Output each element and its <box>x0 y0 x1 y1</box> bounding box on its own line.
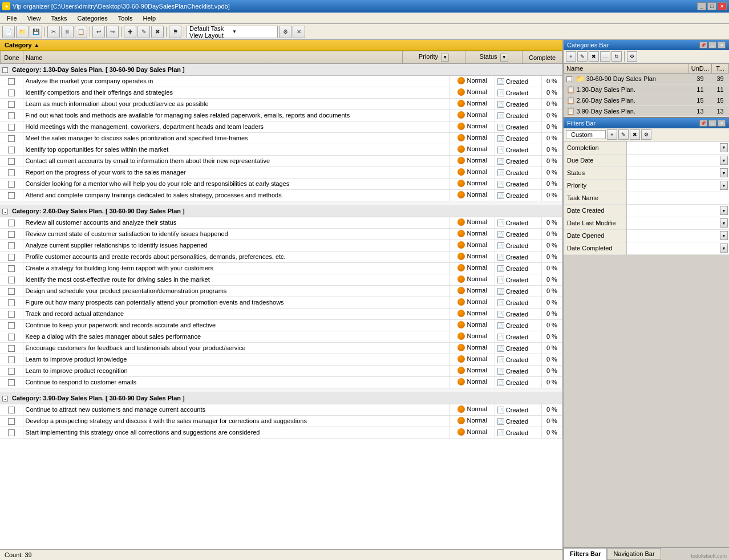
menu-categories[interactable]: Categories <box>73 14 112 23</box>
task-row[interactable]: Encourage customers for feedback and tes… <box>0 342 562 354</box>
cat-expand-btn[interactable]: - <box>566 76 572 82</box>
task-checkbox[interactable] <box>8 334 15 340</box>
categories-bar-controls[interactable]: 📌 □ ✕ <box>699 42 726 48</box>
task-row[interactable]: Consider looking for a mentor who will h… <box>0 178 562 189</box>
task-checkbox[interactable] <box>8 265 15 272</box>
menu-tasks[interactable]: Tasks <box>46 14 71 23</box>
toolbar-redo-btn[interactable]: ↪ <box>106 26 119 38</box>
filter-dropdown[interactable]: ▼ <box>628 155 728 165</box>
task-checkbox[interactable] <box>8 311 15 318</box>
cat-table-row[interactable]: 📋 2.60-Day Sales Plan. 15 15 <box>564 95 729 106</box>
category-row[interactable]: - Category: 2.60-Day Sales Plan. [ 30-60… <box>0 205 562 217</box>
expand-btn[interactable]: - <box>2 209 8 214</box>
task-checkbox[interactable] <box>8 345 15 352</box>
task-row[interactable]: Learn to improve product knowledge Norma… <box>0 354 562 365</box>
filter-value-cell[interactable]: ▼ <box>626 204 729 217</box>
task-row[interactable]: Meet the sales manager to discuss sales … <box>0 132 562 144</box>
task-checkbox[interactable] <box>8 101 15 108</box>
cat-settings-btn[interactable]: ⚙ <box>627 51 637 62</box>
toolbar-flag-btn[interactable]: ⚑ <box>169 26 181 38</box>
task-row[interactable]: Identify top opportunities for sales wit… <box>0 144 562 155</box>
task-row[interactable]: Learn as much information about your pro… <box>0 98 562 109</box>
toolbar-undo-btn[interactable]: ↩ <box>92 26 105 38</box>
task-checkbox[interactable] <box>8 169 15 176</box>
filter-value-cell[interactable]: ▼ <box>626 242 729 254</box>
task-checkbox[interactable] <box>8 192 15 199</box>
task-row[interactable]: Review all customer accounts and analyze… <box>0 217 562 228</box>
col-priority[interactable]: Priority ▼ <box>403 51 465 64</box>
cat-table-row[interactable]: 📋 1.30-Day Sales Plan. 11 11 <box>564 84 729 95</box>
category-row[interactable]: - Category: 3.90-Day Sales Plan. [ 30-60… <box>0 392 562 404</box>
category-row[interactable]: - Category: 1.30-Day Sales Plan. [ 30-60… <box>0 64 562 75</box>
close-button[interactable]: ✕ <box>718 2 727 10</box>
toolbar-delete-btn[interactable]: ✖ <box>151 26 164 38</box>
task-checkbox[interactable] <box>8 242 15 249</box>
task-checkbox[interactable] <box>8 231 15 238</box>
filter-dropdown-arrow[interactable]: ▼ <box>720 156 728 165</box>
filter-dropdown[interactable]: ▼ <box>628 180 728 190</box>
task-row[interactable]: Identify the most cost-effective route f… <box>0 274 562 285</box>
menu-file[interactable]: File <box>2 14 22 23</box>
filter-edit-btn[interactable]: ✎ <box>618 129 629 140</box>
cat-bar-close-btn[interactable]: ✕ <box>718 42 726 48</box>
task-checkbox[interactable] <box>8 288 15 295</box>
task-row[interactable]: Contact all current accounts by email to… <box>0 155 562 167</box>
filter-value-cell[interactable]: ▼ <box>626 154 729 167</box>
task-checkbox[interactable] <box>8 418 15 425</box>
filter-dropdown-arrow[interactable]: ▼ <box>720 231 728 240</box>
filter-dropdown-arrow[interactable]: ▼ <box>720 206 728 215</box>
filter-dropdown[interactable]: ▼ <box>628 230 728 241</box>
task-row[interactable]: Figure out how many prospects can potent… <box>0 297 562 308</box>
task-row[interactable]: Learn to improve product recognition Nor… <box>0 365 562 376</box>
task-row[interactable]: Analyze current supplier relationships t… <box>0 240 562 251</box>
filter-dropdown-arrow[interactable]: ▼ <box>720 181 728 190</box>
task-checkbox[interactable] <box>8 158 15 165</box>
filter-value-cell[interactable]: ▼ <box>626 229 729 242</box>
filter-dropdown[interactable]: ▼ <box>628 168 728 178</box>
task-checkbox[interactable] <box>8 90 15 96</box>
task-row[interactable]: Hold meetings with the management, cowor… <box>0 121 562 132</box>
col-status[interactable]: Status ▼ <box>465 51 523 64</box>
filters-bar-controls[interactable]: 📌 □ ✕ <box>699 120 726 127</box>
task-row[interactable]: Track and record actual attendance Norma… <box>0 308 562 319</box>
filter-value-cell[interactable]: ▼ <box>626 179 729 192</box>
filter-bar-close-btn[interactable]: ✕ <box>718 120 726 127</box>
cat-more-btn[interactable]: … <box>600 51 610 62</box>
maximize-button[interactable]: □ <box>707 2 716 10</box>
tab-filters-bar[interactable]: Filters Bar <box>564 548 607 560</box>
toolbar-cut-btn[interactable]: ✂ <box>47 26 60 38</box>
toolbar-layout-apply-btn[interactable]: ⚙ <box>279 26 291 38</box>
filter-dropdown-arrow[interactable]: ▼ <box>720 143 728 152</box>
status-filter-btn[interactable]: ▼ <box>500 54 508 62</box>
filter-dropdown[interactable]: ▼ <box>628 205 728 216</box>
window-controls[interactable]: _ □ ✕ <box>697 2 727 10</box>
task-checkbox[interactable] <box>8 429 15 436</box>
cat-refresh-btn[interactable]: ↻ <box>611 51 622 62</box>
task-checkbox[interactable] <box>8 124 15 131</box>
tab-navigation-bar[interactable]: Navigation Bar <box>607 548 661 560</box>
task-checkbox[interactable] <box>8 112 15 119</box>
cat-add-btn[interactable]: + <box>566 51 576 62</box>
menu-view[interactable]: View <box>23 14 46 23</box>
task-checkbox[interactable] <box>8 181 15 188</box>
menu-help[interactable]: Help <box>138 14 160 23</box>
task-row[interactable]: Identify competitors and their offerings… <box>0 87 562 98</box>
cat-table-row[interactable]: - 📁 30-60-90 Day Sales Plan 39 39 <box>564 74 729 84</box>
cat-bar-pin-btn[interactable]: 📌 <box>699 42 707 48</box>
task-checkbox[interactable] <box>8 379 15 386</box>
filter-dropdown[interactable]: ▼ <box>628 243 728 253</box>
layout-dropdown[interactable]: Default Task View Layout ▼ <box>187 26 278 38</box>
filter-dropdown-arrow[interactable]: ▼ <box>720 168 728 177</box>
filter-bar-float-btn[interactable]: □ <box>708 120 716 127</box>
toolbar-new-btn[interactable]: 📄 <box>2 26 15 38</box>
category-sort-header[interactable]: Category ▲ <box>0 40 562 51</box>
cat-edit-btn[interactable]: ✎ <box>577 51 588 62</box>
task-row[interactable]: Attend and complete company trainings de… <box>0 189 562 201</box>
minimize-button[interactable]: _ <box>697 2 706 10</box>
task-checkbox[interactable] <box>8 368 15 375</box>
toolbar-copy-btn[interactable]: ⎘ <box>61 26 74 38</box>
task-checkbox[interactable] <box>8 356 15 363</box>
expand-btn[interactable]: - <box>2 67 8 73</box>
filter-dropdown[interactable]: ▼ <box>628 218 728 228</box>
toolbar-layout-reset-btn[interactable]: ✕ <box>293 26 305 38</box>
